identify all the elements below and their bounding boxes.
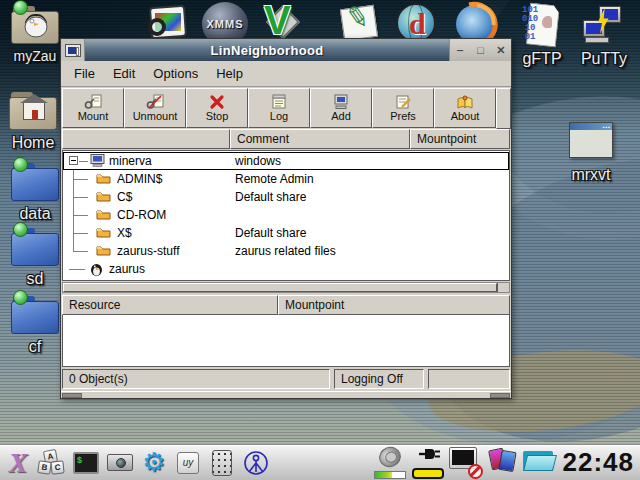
desktop-icon-label: data [8,205,62,223]
volume-level-bar[interactable] [374,471,406,479]
unmount-button[interactable]: Unmount [124,88,186,128]
desktop-icon-label: myZau [6,48,64,64]
menu-options[interactable]: Options [148,63,211,84]
column-header-mountpoint[interactable]: Mountpoint [278,295,510,315]
desktop-icon-label: sd [8,270,62,288]
taskbar-keypad-button[interactable] [206,448,238,478]
toolbar-label: Unmount [133,111,178,122]
mounted-resources-list[interactable] [62,315,510,367]
taskbar-settings-button[interactable]: ⚙ [138,448,170,478]
xmms-icon-text: XMMS [207,18,244,30]
tray-memory-cards[interactable] [487,447,519,479]
blue-folder-icon [11,228,59,268]
folder-icon [96,226,111,238]
minimize-button[interactable]: ‒ [453,44,467,56]
window-title: LinNeighborhood [211,43,324,58]
tree-row-host[interactable]: zaurus [63,260,509,278]
log-button[interactable]: Log [248,88,310,128]
desktop-icon-home[interactable]: Home [4,92,62,152]
resize-grip-right[interactable] [490,393,510,398]
tree-row-share[interactable]: ADMIN$ Remote Admin [63,170,509,188]
desktop-icon-label: cf [8,338,62,356]
desktop-icon-myzaurus[interactable]: myZau [6,6,64,64]
close-button[interactable]: ✕ [494,44,508,57]
window-app-icon [65,44,81,57]
tree-row-share[interactable]: zaurus-stuff zaurus related files [63,242,509,260]
taskbar-wireless-button[interactable] [240,448,272,478]
house-icon [23,102,45,120]
memory-card-icon [498,449,516,471]
desktop-icon-data[interactable]: data [8,163,62,223]
toolbar: Mount Unmount Stop [61,87,511,129]
column-header-mountpoint[interactable]: Mountpoint [410,129,510,149]
add-button[interactable]: Add [310,88,372,128]
column-header-resource[interactable]: Resource [62,295,278,315]
titlebar-gradient[interactable]: LinNeighborhood [85,39,449,61]
taskbar-keyboard-button[interactable]: uy [172,448,204,478]
penguin-icon [23,12,49,38]
menubar: File Edit Options Help [61,61,511,87]
folder-icon [96,208,111,220]
desktop-icon-sd[interactable]: sd [8,228,62,288]
window-resize-bar[interactable] [61,391,511,398]
dillo-icon-letter: d [409,7,426,41]
taskbar-terminal-button[interactable]: $ [70,448,102,478]
menu-help[interactable]: Help [211,63,256,84]
scrollbar-end-button[interactable] [497,283,509,292]
keypad-icon [212,450,232,476]
power-plug-icon [415,445,441,463]
toolbar-label: Log [270,111,288,122]
desktop-icon-gftp[interactable]: 101 010 10 01 gFTP [516,4,568,68]
taskbar-x11-button[interactable]: X [2,448,34,478]
battery-level-bar[interactable] [412,468,444,479]
myzaurus-folder-icon [11,6,59,46]
tree-row-comment: zaurus related files [235,244,336,258]
horizontal-scrollbar[interactable] [62,282,510,293]
desktop-icon-cf[interactable]: cf [8,296,62,356]
collapse-expander-icon[interactable] [69,156,78,165]
antenna-icon [243,450,269,476]
about-button[interactable]: About [434,88,496,128]
tree-row-comment: Default share [235,226,306,240]
linneighborhood-window: LinNeighborhood ‒ □ ✕ File Edit Options … [60,38,512,399]
tree-row-name: ADMIN$ [117,172,162,186]
add-computer-icon [332,94,350,110]
tray-power[interactable] [411,447,445,479]
speaker-icon [376,443,404,469]
share-tree: minerva windows ADMIN$ Remote Admin [62,150,510,281]
tree-row-name: zaurus-stuff [117,244,179,258]
menu-file[interactable]: File [69,63,108,84]
resize-grip-left[interactable] [62,393,82,398]
tree-row-share[interactable]: X$ Default share [63,224,509,242]
tree-row-name: zaurus [109,262,145,276]
status-logging: Logging Off [334,369,424,389]
gftp-binary-text: 101 010 10 01 [522,6,538,42]
tray-display-off[interactable] [449,447,483,479]
window-icon[interactable] [61,39,85,61]
taskbar-screenshot-button[interactable] [104,448,136,478]
prefs-button[interactable]: Prefs [372,88,434,128]
status-extra [428,369,510,389]
home-folder-icon [9,92,57,132]
folder-icon [96,172,111,184]
column-header-name[interactable] [62,129,230,149]
putty-icon [581,4,627,48]
desktop-icon-putty[interactable]: PuTTy [574,4,634,68]
mount-button[interactable]: Mount [62,88,124,128]
maximize-button[interactable]: □ [473,44,487,56]
stop-button[interactable]: Stop [186,88,248,128]
tray-volume[interactable] [373,447,407,479]
tray-file-manager[interactable] [523,447,557,479]
desktop-icon-mrxvt[interactable]: ▪▪▪ mrxvt [562,122,620,184]
gear-icon: ⚙ [142,447,165,478]
taskbar-keyboard-blocks-button[interactable]: ABC [36,448,68,478]
menu-edit[interactable]: Edit [108,63,148,84]
toolbar-label: Prefs [390,111,416,122]
tree-row-share[interactable]: CD-ROM [63,206,509,224]
column-header-comment[interactable]: Comment [230,129,410,149]
titlebar[interactable]: LinNeighborhood ‒ □ ✕ [61,39,511,61]
tree-row-share[interactable]: C$ Default share [63,188,509,206]
scrollbar-thumb[interactable] [63,283,497,292]
prohibited-icon [468,464,483,479]
tree-row-host[interactable]: minerva windows [63,152,509,170]
